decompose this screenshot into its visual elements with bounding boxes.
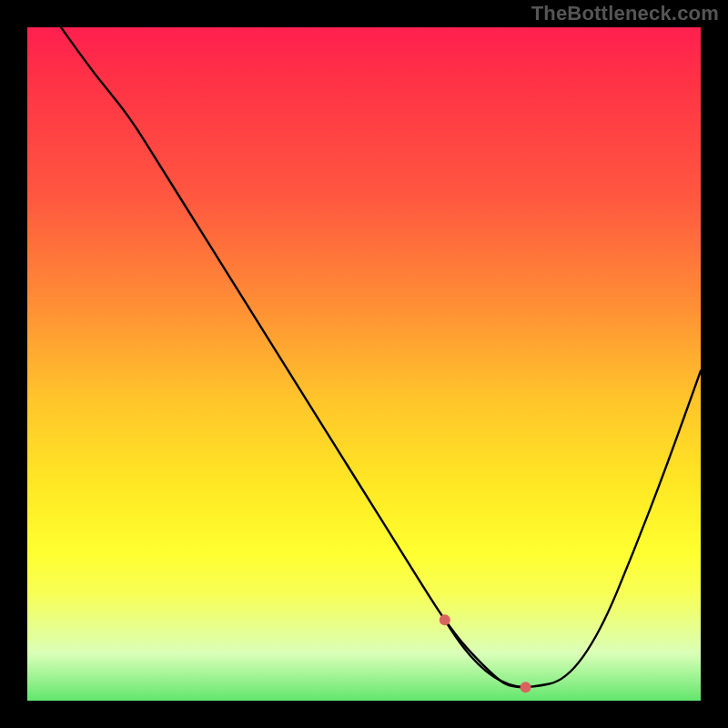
highlight-dot-start — [440, 614, 450, 625]
plot-area — [27, 27, 701, 701]
highlight-dot-end — [521, 682, 531, 693]
curve-svg — [27, 27, 701, 701]
highlight-segment — [445, 620, 526, 687]
watermark-text: TheBottleneck.com — [531, 2, 719, 25]
chart-frame: TheBottleneck.com — [0, 0, 728, 728]
bottleneck-curve — [61, 27, 701, 687]
